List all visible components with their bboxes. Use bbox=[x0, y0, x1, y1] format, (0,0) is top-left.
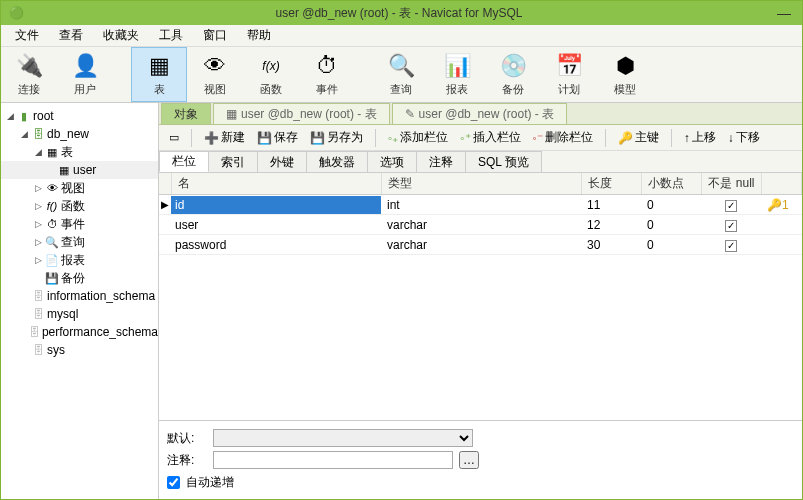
tree-root[interactable]: ◢▮root bbox=[1, 107, 158, 125]
col-null-cell[interactable]: ✓ bbox=[701, 236, 761, 254]
menu-file[interactable]: 文件 bbox=[7, 25, 47, 46]
delcol-button[interactable]: ◦⁻删除栏位 bbox=[529, 127, 597, 148]
designer-subtabs: 栏位索引外键触发器选项注释SQL 预览 bbox=[159, 151, 802, 173]
menu-view[interactable]: 查看 bbox=[51, 25, 91, 46]
col-dec-cell[interactable]: 0 bbox=[641, 196, 701, 214]
col-len-cell[interactable]: 30 bbox=[581, 236, 641, 254]
col-type-cell[interactable]: int bbox=[381, 196, 581, 214]
col-dec-cell[interactable]: 0 bbox=[641, 236, 701, 254]
grid-row[interactable]: ▶ id int 11 0 ✓ 🔑1 bbox=[159, 195, 802, 215]
col-len-cell[interactable]: 12 bbox=[581, 216, 641, 234]
col-name-cell[interactable]: user bbox=[171, 216, 381, 234]
row-marker: ▶ bbox=[159, 199, 171, 210]
menu-help[interactable]: 帮助 bbox=[239, 25, 279, 46]
subtab-5[interactable]: 注释 bbox=[416, 151, 466, 172]
database-icon: 🗄 bbox=[29, 326, 40, 338]
database-icon: 🗄 bbox=[31, 344, 45, 356]
tree-backup[interactable]: 💾备份 bbox=[1, 269, 158, 287]
down-icon: ↓ bbox=[728, 131, 734, 145]
schedule-icon: 📅 bbox=[555, 52, 583, 80]
tab-table-2[interactable]: ✎user @db_new (root) - 表 bbox=[392, 103, 568, 124]
tool-event[interactable]: ⏱ 事件 bbox=[299, 47, 355, 102]
query-icon: 🔍 bbox=[45, 236, 59, 249]
columns-grid: 名 类型 长度 小数点 不是 null ▶ id int 11 0 ✓ 🔑1 u… bbox=[159, 173, 802, 420]
default-label: 默认: bbox=[167, 430, 207, 447]
tool-query[interactable]: 🔍 查询 bbox=[373, 47, 429, 102]
main-toolbar: 🔌 连接 👤 用户 ▦ 表 👁 视图 f(x) 函数 ⏱ 事件 🔍 查询 📊 报… bbox=[1, 47, 802, 103]
col-dec-cell[interactable]: 0 bbox=[641, 216, 701, 234]
col-null-cell[interactable]: ✓ bbox=[701, 196, 761, 214]
subtab-0[interactable]: 栏位 bbox=[159, 151, 209, 172]
tree-db-info[interactable]: 🗄information_schema bbox=[1, 287, 158, 305]
menu-tools[interactable]: 工具 bbox=[151, 25, 191, 46]
window-title: user @db_new (root) - 表 - Navicat for My… bbox=[24, 5, 774, 22]
subtab-6[interactable]: SQL 预览 bbox=[465, 151, 542, 172]
tool-function[interactable]: f(x) 函数 bbox=[243, 47, 299, 102]
tree-events[interactable]: ▷⏱事件 bbox=[1, 215, 158, 233]
tool-report[interactable]: 📊 报表 bbox=[429, 47, 485, 102]
table-icon: ▦ bbox=[226, 107, 237, 121]
tab-table-1[interactable]: ▦user @db_new (root) - 表 bbox=[213, 103, 390, 124]
saveas-button[interactable]: 💾另存为 bbox=[306, 127, 367, 148]
subtab-2[interactable]: 外键 bbox=[257, 151, 307, 172]
user-icon: 👤 bbox=[71, 52, 99, 80]
server-icon: ▮ bbox=[17, 110, 31, 123]
autoinc-checkbox[interactable] bbox=[167, 476, 180, 489]
view-icon: 👁 bbox=[201, 52, 229, 80]
tab-objects[interactable]: 对象 bbox=[161, 103, 211, 124]
tool-schedule[interactable]: 📅 计划 bbox=[541, 47, 597, 102]
col-pk-cell: 🔑1 bbox=[761, 196, 801, 214]
tree-db-mysql[interactable]: 🗄mysql bbox=[1, 305, 158, 323]
menu-fav[interactable]: 收藏夹 bbox=[95, 25, 147, 46]
comment-label: 注释: bbox=[167, 452, 207, 469]
comment-more-button[interactable]: … bbox=[459, 451, 479, 469]
tool-model[interactable]: ⬢ 模型 bbox=[597, 47, 653, 102]
comment-input[interactable] bbox=[213, 451, 453, 469]
tree-tables[interactable]: ◢▦表 bbox=[1, 143, 158, 161]
subtab-1[interactable]: 索引 bbox=[208, 151, 258, 172]
view-icon: 👁 bbox=[45, 182, 59, 194]
default-select[interactable] bbox=[213, 429, 473, 447]
titlebar: 🟢 user @db_new (root) - 表 - Navicat for … bbox=[1, 1, 802, 25]
save-button[interactable]: 💾保存 bbox=[253, 127, 302, 148]
database-icon: 🗄 bbox=[31, 308, 45, 320]
tool-view[interactable]: 👁 视图 bbox=[187, 47, 243, 102]
pk-button[interactable]: 🔑主键 bbox=[614, 127, 663, 148]
blank-button[interactable]: ▭ bbox=[165, 129, 183, 146]
minimize-button[interactable]: — bbox=[774, 5, 794, 21]
save-icon: 💾 bbox=[257, 131, 272, 145]
col-name-cell[interactable]: password bbox=[171, 236, 381, 254]
inscol-button[interactable]: ◦⁺插入栏位 bbox=[456, 127, 524, 148]
tree-table-user[interactable]: ▦user bbox=[1, 161, 158, 179]
tree-db-perf[interactable]: 🗄performance_schema bbox=[1, 323, 158, 341]
tree-views[interactable]: ▷👁视图 bbox=[1, 179, 158, 197]
editor-tabs: 对象 ▦user @db_new (root) - 表 ✎user @db_ne… bbox=[159, 103, 802, 125]
subtab-4[interactable]: 选项 bbox=[367, 151, 417, 172]
tree-query[interactable]: ▷🔍查询 bbox=[1, 233, 158, 251]
movedown-button[interactable]: ↓下移 bbox=[724, 127, 764, 148]
grid-row[interactable]: user varchar 12 0 ✓ bbox=[159, 215, 802, 235]
grid-row[interactable]: password varchar 30 0 ✓ bbox=[159, 235, 802, 255]
tool-user[interactable]: 👤 用户 bbox=[57, 47, 113, 102]
tree-db-sys[interactable]: 🗄sys bbox=[1, 341, 158, 359]
model-icon: ⬢ bbox=[611, 52, 639, 80]
report-icon: 📊 bbox=[443, 52, 471, 80]
subtab-3[interactable]: 触发器 bbox=[306, 151, 368, 172]
menu-window[interactable]: 窗口 bbox=[195, 25, 235, 46]
col-name-cell[interactable]: id bbox=[171, 196, 381, 214]
tree-db[interactable]: ◢🗄db_new bbox=[1, 125, 158, 143]
new-button[interactable]: ➕新建 bbox=[200, 127, 249, 148]
tool-connect[interactable]: 🔌 连接 bbox=[1, 47, 57, 102]
tool-backup[interactable]: 💿 备份 bbox=[485, 47, 541, 102]
col-type-cell[interactable]: varchar bbox=[381, 216, 581, 234]
tool-table[interactable]: ▦ 表 bbox=[131, 47, 187, 102]
moveup-button[interactable]: ↑上移 bbox=[680, 127, 720, 148]
tree-report[interactable]: ▷📄报表 bbox=[1, 251, 158, 269]
addcol-button[interactable]: ◦₊添加栏位 bbox=[384, 127, 452, 148]
col-type-cell[interactable]: varchar bbox=[381, 236, 581, 254]
function-icon: f(x) bbox=[257, 52, 285, 80]
col-null-cell[interactable]: ✓ bbox=[701, 216, 761, 234]
event-icon: ⏱ bbox=[313, 52, 341, 80]
col-len-cell[interactable]: 11 bbox=[581, 196, 641, 214]
tree-funcs[interactable]: ▷f()函数 bbox=[1, 197, 158, 215]
